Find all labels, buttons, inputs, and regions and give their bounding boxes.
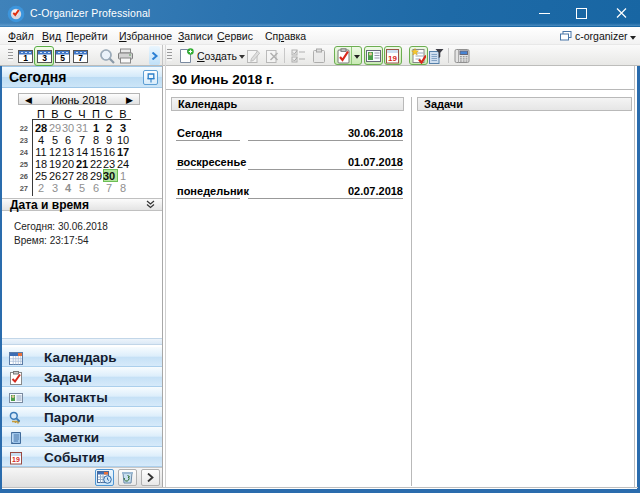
svg-text:7: 7 [78,53,83,63]
svg-text:19: 19 [388,54,397,63]
svg-text:19: 19 [12,456,20,463]
svg-text:3: 3 [42,53,47,63]
svg-text:5: 5 [60,53,65,63]
svg-text:1: 1 [23,53,28,63]
